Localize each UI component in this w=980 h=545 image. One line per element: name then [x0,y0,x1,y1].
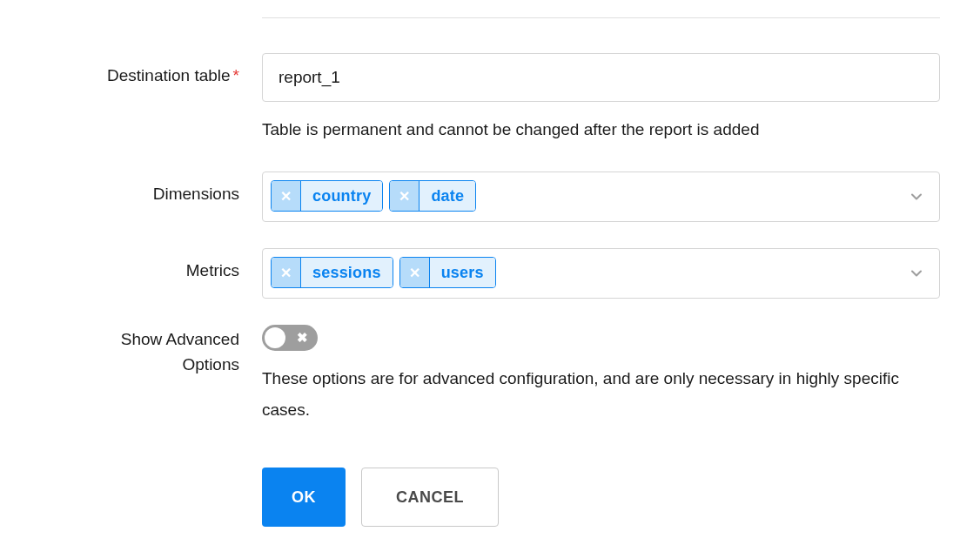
label-advanced-options: Show Advanced Options [70,325,248,377]
label-metrics: Metrics [70,248,248,284]
label-text: Destination table [107,66,231,84]
advanced-options-toggle[interactable]: ✖ [262,325,318,351]
tag-label: date [420,181,475,211]
metric-tag: ✕ sessions [271,257,393,288]
row-destination-table: Destination table* Table is permanent an… [70,53,940,145]
dimensions-multiselect[interactable]: ✕ country ✕ date [262,172,940,222]
row-dimensions: Dimensions ✕ country ✕ date [70,172,940,222]
field-metrics: ✕ sessions ✕ users [262,248,940,299]
advanced-options-helper: These options are for advanced configura… [262,363,940,426]
remove-tag-icon[interactable]: ✕ [272,181,301,211]
section-divider [262,17,940,18]
destination-table-input[interactable] [262,53,940,102]
tag-label: sessions [301,258,393,287]
field-dimensions: ✕ country ✕ date [262,172,940,222]
cancel-button[interactable]: CANCEL [361,468,499,527]
metric-tag: ✕ users [399,257,496,288]
ok-button[interactable]: OK [262,468,346,527]
metrics-multiselect[interactable]: ✕ sessions ✕ users [262,248,940,299]
row-advanced-options: Show Advanced Options ✖ These options ar… [70,325,940,426]
dimension-tag: ✕ country [271,180,383,212]
label-dimensions: Dimensions [70,172,248,207]
remove-tag-icon[interactable]: ✕ [390,181,420,211]
toggle-knob [265,327,285,348]
required-star: * [233,66,239,84]
dimension-tag: ✕ date [389,180,476,212]
tag-label: users [430,258,495,287]
destination-table-helper: Table is permanent and cannot be changed… [262,114,940,145]
tag-label: country [301,181,382,211]
field-destination-table: Table is permanent and cannot be changed… [262,53,940,145]
chevron-down-icon[interactable] [908,188,925,205]
row-metrics: Metrics ✕ sessions ✕ users [70,248,940,299]
remove-tag-icon[interactable]: ✕ [400,258,430,287]
close-icon: ✖ [297,330,308,346]
field-advanced-options: ✖ These options are for advanced configu… [262,325,940,426]
label-destination-table: Destination table* [70,53,248,89]
chevron-down-icon[interactable] [908,265,925,282]
remove-tag-icon[interactable]: ✕ [272,258,301,287]
form-container: Destination table* Table is permanent an… [70,17,940,527]
button-row: OK CANCEL [262,468,940,527]
